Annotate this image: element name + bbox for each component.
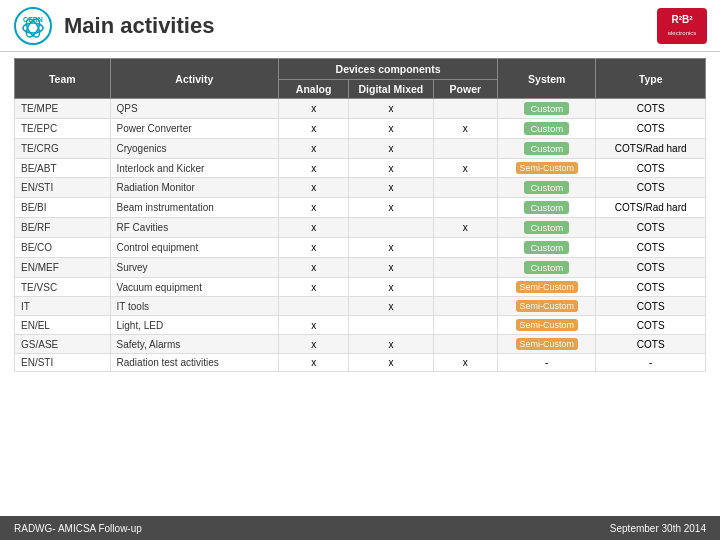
r2b-logo: R²B² electronics (656, 7, 708, 45)
system-cell: Semi-Custom (498, 335, 596, 354)
power-cell: x (433, 119, 498, 139)
type-cell: COTS (596, 178, 706, 198)
analog-cell: x (279, 139, 349, 159)
type-cell: COTS/Rad hard (596, 139, 706, 159)
digital-cell: x (349, 278, 433, 297)
team-cell: EN/MEF (15, 258, 111, 278)
team-cell: EN/STI (15, 178, 111, 198)
analog-cell: x (279, 198, 349, 218)
activity-cell: Power Converter (110, 119, 279, 139)
custom-badge: Custom (524, 241, 569, 254)
team-cell: TE/VSC (15, 278, 111, 297)
activity-cell: Light, LED (110, 316, 279, 335)
table-row: BE/ABTInterlock and KickerxxxSemi-Custom… (15, 159, 706, 178)
system-cell: Custom (498, 198, 596, 218)
power-cell: x (433, 159, 498, 178)
table-row: TE/CRGCryogenicsxxCustomCOTS/Rad hard (15, 139, 706, 159)
table-row: EN/ELLight, LEDxSemi-CustomCOTS (15, 316, 706, 335)
type-cell: COTS (596, 316, 706, 335)
activity-cell: Safety, Alarms (110, 335, 279, 354)
system-cell: Custom (498, 119, 596, 139)
digital-cell: x (349, 178, 433, 198)
team-cell: TE/MPE (15, 99, 111, 119)
type-cell: COTS (596, 335, 706, 354)
power-cell (433, 139, 498, 159)
cern-logo: CERN (12, 7, 54, 45)
custom-badge: Custom (524, 142, 569, 155)
svg-text:R²B²: R²B² (671, 14, 693, 25)
type-cell: COTS (596, 218, 706, 238)
page-footer: RADWG- AMICSA Follow-up September 30th 2… (0, 516, 720, 540)
activity-cell: RF Cavities (110, 218, 279, 238)
system-cell: Semi-Custom (498, 278, 596, 297)
team-cell: BE/BI (15, 198, 111, 218)
table-row: BE/RFRF CavitiesxxCustomCOTS (15, 218, 706, 238)
analog-cell: x (279, 119, 349, 139)
table-row: TE/EPCPower ConverterxxxCustomCOTS (15, 119, 706, 139)
table-row: BE/BIBeam instrumentationxxCustomCOTS/Ra… (15, 198, 706, 218)
power-cell (433, 198, 498, 218)
svg-text:electronics: electronics (668, 30, 697, 36)
table-row: EN/MEFSurveyxxCustomCOTS (15, 258, 706, 278)
table-row: TE/MPEQPSxxCustomCOTS (15, 99, 706, 119)
digital-header: Digital Mixed (349, 80, 433, 99)
digital-cell: x (349, 198, 433, 218)
power-cell: x (433, 354, 498, 372)
activity-cell: Radiation test activities (110, 354, 279, 372)
table-row: ITIT toolsxSemi-CustomCOTS (15, 297, 706, 316)
activity-cell: Interlock and Kicker (110, 159, 279, 178)
type-cell: COTS (596, 159, 706, 178)
system-cell: Custom (498, 218, 596, 238)
type-cell: COTS (596, 99, 706, 119)
power-cell (433, 258, 498, 278)
type-header: Type (596, 59, 706, 99)
system-cell: - (498, 354, 596, 372)
team-cell: EN/EL (15, 316, 111, 335)
analog-header: Analog (279, 80, 349, 99)
team-cell: IT (15, 297, 111, 316)
system-cell: Custom (498, 139, 596, 159)
analog-cell: x (279, 278, 349, 297)
activity-cell: Radiation Monitor (110, 178, 279, 198)
system-cell: Custom (498, 99, 596, 119)
activity-header: Activity (110, 59, 279, 99)
semi-custom-badge: Semi-Custom (516, 319, 579, 331)
custom-badge: Custom (524, 102, 569, 115)
power-cell: x (433, 218, 498, 238)
activity-cell: IT tools (110, 297, 279, 316)
custom-badge: Custom (524, 122, 569, 135)
type-cell: COTS (596, 258, 706, 278)
semi-custom-badge: Semi-Custom (516, 300, 579, 312)
table-body: TE/MPEQPSxxCustomCOTSTE/EPCPower Convert… (15, 99, 706, 372)
power-cell (433, 178, 498, 198)
system-cell: Semi-Custom (498, 297, 596, 316)
svg-point-0 (15, 8, 51, 44)
custom-badge: Custom (524, 201, 569, 214)
digital-cell: x (349, 354, 433, 372)
digital-cell: x (349, 335, 433, 354)
team-cell: TE/CRG (15, 139, 111, 159)
type-cell: COTS (596, 278, 706, 297)
digital-cell (349, 316, 433, 335)
page-header: CERN Main activities R²B² electronics (0, 0, 720, 52)
type-cell: COTS/Rad hard (596, 198, 706, 218)
custom-badge: Custom (524, 181, 569, 194)
header-row-1: Team Activity Devices components System … (15, 59, 706, 80)
custom-badge: Custom (524, 221, 569, 234)
main-content: Team Activity Devices components System … (0, 52, 720, 376)
power-cell (433, 238, 498, 258)
team-cell: GS/ASE (15, 335, 111, 354)
system-cell: Custom (498, 258, 596, 278)
digital-cell: x (349, 119, 433, 139)
type-cell: COTS (596, 119, 706, 139)
team-header: Team (15, 59, 111, 99)
devices-header: Devices components (279, 59, 498, 80)
activity-cell: Vacuum equipment (110, 278, 279, 297)
power-cell (433, 278, 498, 297)
activity-cell: Control equipment (110, 238, 279, 258)
analog-cell: x (279, 178, 349, 198)
type-cell: COTS (596, 297, 706, 316)
table-row: EN/STIRadiation test activitiesxxx-- (15, 354, 706, 372)
table-row: GS/ASESafety, AlarmsxxSemi-CustomCOTS (15, 335, 706, 354)
system-cell: Semi-Custom (498, 159, 596, 178)
